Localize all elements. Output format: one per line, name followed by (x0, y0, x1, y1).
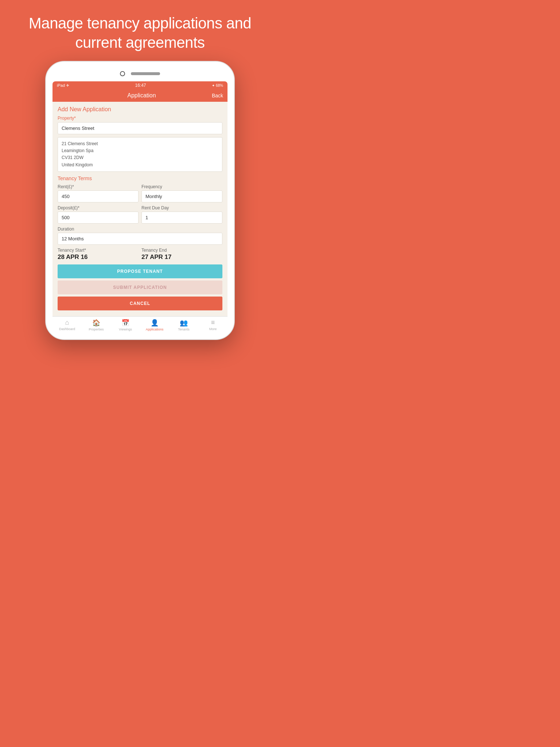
form-title: Add New Application (58, 106, 222, 113)
propose-tenant-button[interactable]: PROPOSE TENANT (58, 264, 222, 278)
phone-mockup: iPad ✈ 16:47 ✦ 68% Application Back Add … (45, 61, 235, 340)
tab-properties-label: Properties (89, 328, 104, 331)
back-button[interactable]: Back (212, 93, 223, 98)
frequency-col: Frequency Monthly (141, 184, 222, 205)
deposit-input[interactable]: 500 (58, 212, 139, 224)
tab-dashboard[interactable]: ⌂ Dashboard (52, 319, 82, 331)
submit-application-button[interactable]: SUBMIT APPLICATION (58, 280, 222, 294)
address-line1: 21 Clemens Street (62, 140, 218, 147)
frequency-input[interactable]: Monthly (141, 190, 222, 202)
tenancy-end-col: Tenancy End 27 APR 17 (141, 248, 222, 261)
tenancy-end-label: Tenancy End (141, 248, 222, 253)
tab-dashboard-label: Dashboard (59, 327, 75, 331)
hero-heading: Manage tenancy applications and current … (0, 0, 280, 61)
rent-col: Rent(£)* 450 (58, 184, 139, 205)
applications-icon: 👤 (151, 319, 159, 327)
duration-field: Duration 12 Months (58, 227, 222, 245)
tab-bar: ⌂ Dashboard 🏠 Properties 📅 Viewings 👤 Ap… (52, 316, 228, 333)
duration-input[interactable]: 12 Months (58, 233, 222, 245)
status-left: iPad ✈ (57, 83, 69, 88)
status-time: 16:47 (135, 83, 146, 88)
property-search-input[interactable]: Clemens Street (58, 122, 222, 134)
tab-viewings[interactable]: 📅 Viewings (111, 319, 140, 331)
form-content: Add New Application Property* Clemens St… (52, 102, 228, 316)
phone-top (52, 68, 228, 81)
rent-label: Rent(£)* (58, 184, 139, 189)
tenancy-terms-label: Tenancy Terms (58, 175, 222, 181)
rentdue-col: Rent Due Day 1 (141, 205, 222, 227)
deposit-label: Deposit(£)* (58, 205, 139, 210)
tab-properties[interactable]: 🏠 Properties (82, 319, 111, 331)
phone-screen: iPad ✈ 16:47 ✦ 68% Application Back Add … (52, 81, 228, 333)
tenancy-start-col: Tenancy Start* 28 APR 16 (58, 248, 139, 261)
phone-speaker (131, 72, 160, 75)
status-bar: iPad ✈ 16:47 ✦ 68% (52, 81, 228, 89)
deposit-col: Deposit(£)* 500 (58, 205, 139, 227)
duration-label: Duration (58, 227, 222, 232)
properties-icon: 🏠 (92, 319, 100, 327)
property-address: 21 Clemens Street Leamington Spa CV31 2D… (58, 137, 222, 172)
tab-applications-label: Applications (146, 328, 164, 331)
tab-more-label: More (209, 327, 217, 331)
tenants-icon: 👥 (180, 319, 188, 327)
status-right: ✦ 68% (212, 84, 223, 88)
tab-viewings-label: Viewings (119, 328, 132, 331)
address-line2: Leamington Spa (62, 147, 218, 154)
address-line4: United Kingdom (62, 162, 218, 169)
dashboard-icon: ⌂ (65, 319, 69, 326)
rentdue-label: Rent Due Day (141, 205, 222, 210)
more-icon: ≡ (211, 319, 215, 326)
viewings-icon: 📅 (121, 319, 129, 327)
nav-title: Application (127, 92, 156, 99)
tenancy-end-value[interactable]: 27 APR 17 (141, 253, 222, 261)
frequency-label: Frequency (141, 184, 222, 189)
tenancy-start-value[interactable]: 28 APR 16 (58, 253, 139, 261)
tenancy-start-label: Tenancy Start* (58, 248, 139, 253)
address-line3: CV31 2DW (62, 154, 218, 161)
rent-frequency-row: Rent(£)* 450 Frequency Monthly (58, 184, 222, 205)
tab-tenants[interactable]: 👥 Tenants (169, 319, 198, 331)
tab-tenants-label: Tenants (178, 328, 190, 331)
tab-applications[interactable]: 👤 Applications (140, 319, 169, 331)
cancel-button[interactable]: CANCEL (58, 297, 222, 310)
tab-more[interactable]: ≡ More (198, 319, 228, 331)
property-label: Property* (58, 116, 222, 121)
rent-input[interactable]: 450 (58, 190, 139, 202)
battery-icon: ✦ (212, 84, 215, 88)
deposit-rentdue-row: Deposit(£)* 500 Rent Due Day 1 (58, 205, 222, 227)
date-row: Tenancy Start* 28 APR 16 Tenancy End 27 … (58, 248, 222, 261)
nav-bar: Application Back (52, 89, 228, 102)
rentdue-input[interactable]: 1 (141, 212, 222, 224)
phone-camera (120, 71, 125, 76)
